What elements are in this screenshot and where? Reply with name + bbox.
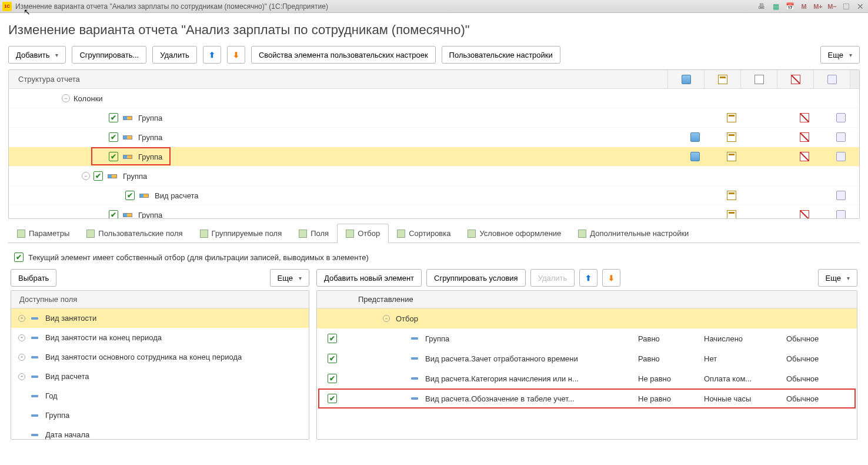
comparison-value[interactable]: Нет — [704, 354, 786, 363]
mode[interactable]: Обычное — [786, 354, 857, 363]
expand-icon[interactable]: + — [18, 373, 25, 380]
available-field-row[interactable]: +Вид занятости на конец периода — [11, 328, 309, 347]
red-icon[interactable] — [800, 113, 809, 122]
comparison-value[interactable]: Начислено — [704, 334, 786, 343]
available-field-row[interactable]: +Вид расчета — [11, 367, 309, 386]
red-icon[interactable] — [800, 152, 809, 161]
comparison-type[interactable]: Не равно — [638, 394, 704, 403]
left-more-button[interactable]: Еще — [270, 269, 309, 287]
condition-row[interactable]: ✔Вид расчета.Зачет отработанного времени… — [317, 348, 857, 368]
col-header-4[interactable] — [777, 70, 813, 88]
structure-body[interactable]: −Колонки✔Группа✔Группа✔Группа−✔Группа✔Ви… — [9, 89, 859, 218]
condition-row[interactable]: ✔ГруппаРавноНачисленоОбычное — [317, 328, 857, 348]
structure-row[interactable]: ✔Группа — [9, 205, 859, 218]
tab-Условное оформление[interactable]: Условное оформление — [459, 224, 570, 243]
comparison-value[interactable]: Ночные часы — [704, 394, 786, 403]
expand-icon[interactable]: − — [62, 94, 70, 102]
red-icon[interactable] — [800, 210, 809, 218]
structure-row[interactable]: ✔Вид расчета — [9, 186, 859, 205]
move-up-button[interactable]: ⬆ — [203, 46, 221, 64]
col-header-5[interactable] — [813, 70, 850, 88]
db-icon[interactable] — [690, 152, 700, 161]
t-icon[interactable] — [727, 132, 736, 142]
add-new-element-button[interactable]: Добавить новый элемент — [316, 269, 422, 287]
structure-row[interactable]: ✔Группа — [9, 128, 859, 147]
close-icon[interactable]: ✕ — [855, 2, 866, 11]
db-icon[interactable] — [690, 132, 700, 142]
tab-Параметры[interactable]: Параметры — [8, 224, 78, 243]
gear-icon[interactable] — [836, 191, 846, 200]
group-button[interactable]: Сгруппировать... — [72, 46, 146, 64]
col-header-3[interactable] — [740, 70, 777, 88]
condition-checkbox[interactable]: ✔ — [328, 354, 337, 363]
expand-icon[interactable]: + — [18, 315, 25, 322]
choose-button[interactable]: Выбрать — [11, 269, 56, 287]
col-header-1[interactable] — [667, 70, 704, 88]
mem-mminus-icon[interactable]: M− — [827, 2, 837, 11]
row-checkbox[interactable]: ✔ — [109, 152, 118, 161]
move-down-button[interactable]: ⬇ — [227, 46, 245, 64]
right-more-button[interactable]: Еще — [818, 269, 857, 287]
element-props-button[interactable]: Свойства элемента пользовательских настр… — [251, 46, 436, 64]
structure-row[interactable]: ✔Группа — [9, 108, 859, 128]
row-checkbox[interactable]: ✔ — [94, 171, 103, 181]
mode[interactable]: Обычное — [786, 334, 857, 343]
available-field-row[interactable]: Дата начала — [11, 425, 309, 439]
group-conditions-button[interactable]: Сгруппировать условия — [426, 269, 526, 287]
red-icon[interactable] — [800, 132, 809, 142]
own-filter-checkbox[interactable]: ✔ — [14, 253, 24, 262]
cond-move-down-button[interactable]: ⬇ — [602, 269, 620, 287]
row-checkbox[interactable]: ✔ — [109, 210, 118, 218]
t-icon[interactable] — [727, 113, 736, 122]
tab-Отбор[interactable]: Отбор — [337, 224, 389, 243]
t-icon[interactable] — [727, 210, 736, 218]
expand-icon[interactable]: − — [82, 172, 90, 180]
user-settings-button[interactable]: Пользовательские настройки — [442, 46, 560, 64]
comparison-value[interactable]: Оплата ком... — [704, 374, 786, 383]
condition-row[interactable]: −Отбор — [317, 308, 857, 328]
row-checkbox[interactable]: ✔ — [109, 113, 118, 122]
more-button[interactable]: Еще — [820, 46, 860, 64]
print-icon[interactable]: 🖶 — [756, 2, 767, 11]
condition-checkbox[interactable]: ✔ — [328, 334, 337, 343]
tab-Группируемые поля[interactable]: Группируемые поля — [191, 224, 291, 243]
mode[interactable]: Обычное — [786, 374, 857, 383]
delete-button[interactable]: Удалить — [152, 46, 197, 64]
gear-icon[interactable] — [836, 113, 846, 122]
grid-icon[interactable]: ▦ — [770, 2, 781, 11]
add-button[interactable]: Добавить — [8, 46, 66, 64]
row-checkbox[interactable]: ✔ — [125, 191, 135, 200]
expand-icon[interactable]: + — [18, 334, 25, 341]
available-field-row[interactable]: +Вид занятости основного сотрудника на к… — [11, 347, 309, 367]
calendar-icon[interactable]: 📅 — [784, 2, 795, 11]
structure-row[interactable]: −Колонки — [9, 89, 859, 108]
available-field-row[interactable]: Год — [11, 386, 309, 406]
mem-m-icon[interactable]: M — [799, 2, 809, 11]
structure-row[interactable]: ✔Группа — [9, 147, 859, 167]
delete-condition-button[interactable]: Удалить — [530, 269, 575, 287]
condition-row[interactable]: ✔Вид расчета.Категория начисления или н.… — [317, 368, 857, 388]
comparison-type[interactable]: Не равно — [638, 374, 704, 383]
mode[interactable]: Обычное — [786, 394, 857, 403]
gear-icon[interactable] — [836, 132, 846, 142]
tab-Пользовательские поля[interactable]: Пользовательские поля — [78, 224, 191, 243]
condition-row[interactable]: ✔Вид расчета.Обозначение в табеле учет..… — [317, 388, 857, 408]
comparison-type[interactable]: Равно — [638, 354, 704, 363]
row-checkbox[interactable]: ✔ — [109, 132, 118, 142]
expand-icon[interactable]: + — [18, 354, 25, 361]
available-field-row[interactable]: Группа — [11, 406, 309, 425]
t-icon[interactable] — [727, 191, 736, 200]
condition-checkbox[interactable]: ✔ — [328, 394, 337, 403]
maximize-icon[interactable] — [841, 2, 852, 11]
structure-row[interactable]: −✔Группа — [9, 167, 859, 186]
mem-mplus-icon[interactable]: M+ — [813, 2, 823, 11]
expand-icon[interactable]: − — [383, 315, 390, 322]
gear-icon[interactable] — [836, 210, 846, 218]
tab-Поля[interactable]: Поля — [290, 224, 338, 243]
tab-Дополнительные настройки[interactable]: Дополнительные настройки — [569, 224, 697, 243]
col-header-2[interactable] — [704, 70, 740, 88]
cond-move-up-button[interactable]: ⬆ — [579, 269, 597, 287]
condition-checkbox[interactable]: ✔ — [328, 374, 337, 383]
available-field-row[interactable]: +Вид занятости — [11, 308, 309, 328]
t-icon[interactable] — [727, 152, 736, 161]
